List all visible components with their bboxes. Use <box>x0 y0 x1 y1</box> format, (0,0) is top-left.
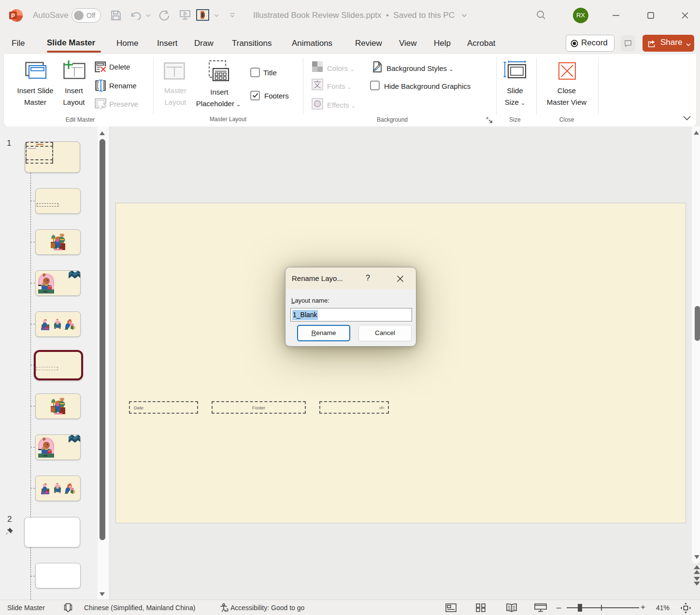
svg-text:P: P <box>11 13 15 19</box>
